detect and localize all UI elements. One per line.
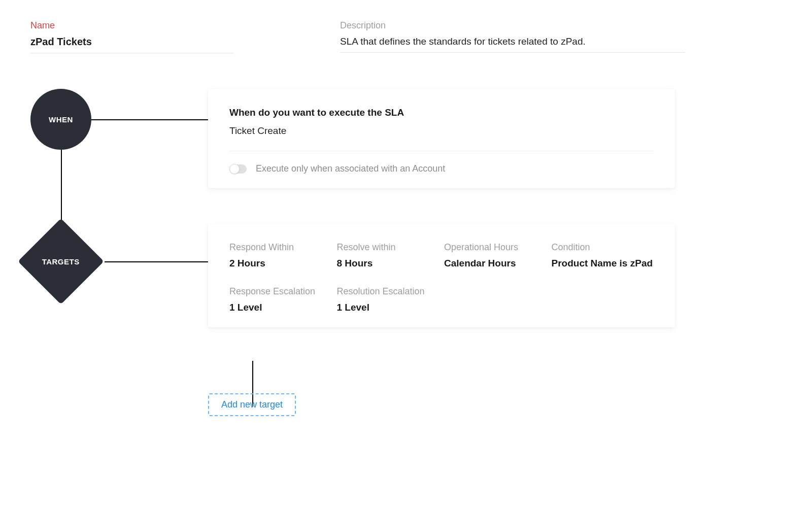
connector-when-to-card [91,119,208,120]
resolve-within-value: 8 Hours [337,258,439,269]
name-value: zPad Tickets [30,36,233,53]
name-label: Name [30,20,233,31]
respond-within-label: Respond Within [229,242,332,253]
account-toggle[interactable] [229,164,247,174]
targets-card[interactable]: Respond Within 2 Hours Resolve within 8 … [208,224,675,327]
response-escalation-cell: Response Escalation 1 Level [229,286,332,313]
targets-node: TARGETS [18,218,104,305]
when-card[interactable]: When do you want to execute the SLA Tick… [208,89,675,188]
add-new-target-button[interactable]: Add new target [208,393,296,416]
respond-within-cell: Respond Within 2 Hours [229,242,332,269]
when-card-title: When do you want to execute the SLA [229,107,654,118]
flow-diagram: WHEN TARGETS When do you want to execute… [30,89,782,495]
targets-node-label: TARGETS [42,257,80,266]
condition-value: Product Name is zPad [552,258,654,269]
description-value: SLA that defines the standards for ticke… [340,36,685,53]
account-toggle-label: Execute only when associated with an Acc… [256,163,445,174]
condition-cell: Condition Product Name is zPad [552,242,654,269]
description-field[interactable]: Description SLA that defines the standar… [340,20,685,53]
when-card-value: Ticket Create [229,125,654,137]
condition-label: Condition [552,242,654,253]
description-label: Description [340,20,685,31]
operational-hours-cell: Operational Hours Calendar Hours [444,242,547,269]
resolve-within-label: Resolve within [337,242,439,253]
account-toggle-row: Execute only when associated with an Acc… [229,163,654,174]
header-row: Name zPad Tickets Description SLA that d… [30,20,782,53]
connector-targets-to-card [105,261,208,262]
toggle-knob [229,164,240,174]
when-node-label: WHEN [49,115,73,124]
operational-hours-label: Operational Hours [444,242,547,253]
response-escalation-value: 1 Level [229,302,332,313]
resolution-escalation-cell: Resolution Escalation 1 Level [337,286,439,313]
divider [229,151,654,151]
name-field[interactable]: Name zPad Tickets [30,20,233,53]
resolution-escalation-label: Resolution Escalation [337,286,439,297]
operational-hours-value: Calendar Hours [444,258,547,269]
resolve-within-cell: Resolve within 8 Hours [337,242,439,269]
resolution-escalation-value: 1 Level [337,302,439,313]
response-escalation-label: Response Escalation [229,286,332,297]
respond-within-value: 2 Hours [229,258,332,269]
when-node: WHEN [30,89,91,150]
